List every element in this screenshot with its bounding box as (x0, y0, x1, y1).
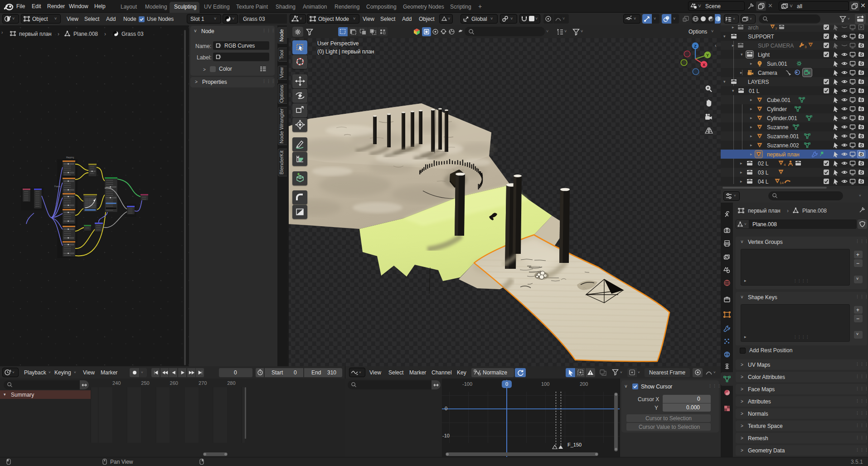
svg-text:Z: Z (694, 44, 697, 49)
svg-text:Mapping: Mapping (66, 156, 74, 159)
svg-text:Frame: Frame (54, 185, 60, 188)
svg-text:X: X (703, 63, 705, 67)
svg-text:Y: Y (706, 53, 709, 58)
